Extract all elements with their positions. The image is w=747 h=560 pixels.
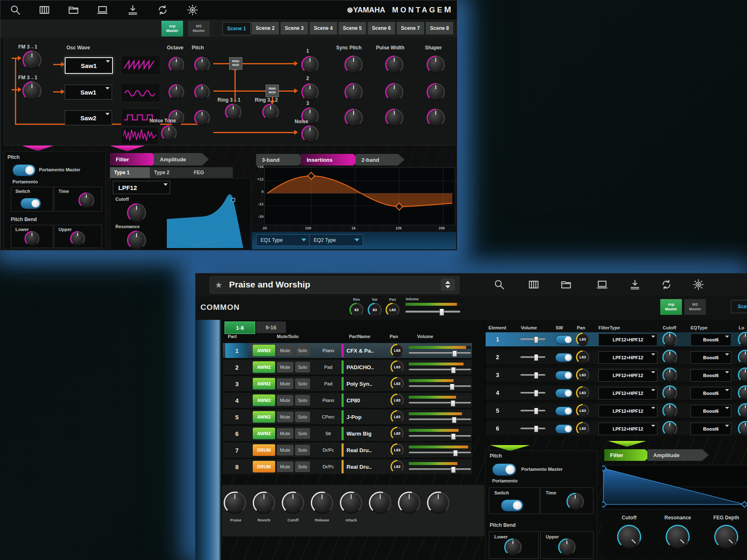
element-cutoff-knob[interactable] xyxy=(662,385,677,400)
fm2-knob[interactable] xyxy=(22,81,42,100)
tab-scene-7[interactable]: Scene 7 xyxy=(397,22,424,34)
pitch-bend-lower-knob[interactable] xyxy=(504,538,522,556)
folder-icon[interactable] xyxy=(560,279,572,290)
filter-resonance-knob[interactable] xyxy=(127,231,146,250)
portamento-master-toggle[interactable] xyxy=(492,463,516,476)
mute-button[interactable]: Mute xyxy=(277,362,293,373)
assign-knob-1[interactable] xyxy=(224,492,246,514)
element-filtertype-select[interactable]: LPF12+HPF12 xyxy=(598,423,657,435)
mute-button[interactable]: Mute xyxy=(277,411,293,422)
solo-button[interactable]: Solo xyxy=(295,395,310,406)
search-icon[interactable] xyxy=(10,4,21,16)
element-eqtype-select[interactable]: Boost6 xyxy=(691,351,731,364)
osc2-pulse-width-knob[interactable] xyxy=(385,83,403,101)
osc2-pitch-knob[interactable] xyxy=(194,84,210,100)
element-row-2[interactable]: 2 L63 LPF12+HPF12 Boost6 xyxy=(486,350,747,365)
ring31-knob[interactable] xyxy=(225,104,242,120)
part-volume-handle[interactable] xyxy=(450,384,454,390)
display-icon[interactable] xyxy=(596,279,608,290)
mute-button[interactable]: Mute xyxy=(277,345,293,356)
element-eqtype-select[interactable]: Boost6 xyxy=(691,369,731,382)
portamento-switch-toggle[interactable] xyxy=(501,499,523,511)
tab-scene-4[interactable]: Scene 4 xyxy=(310,22,337,34)
part-volume-slider[interactable] xyxy=(409,468,471,470)
assign-knob-5[interactable] xyxy=(340,492,362,514)
osc3-sync-pitch-knob[interactable] xyxy=(344,109,363,127)
settings-gear-icon[interactable] xyxy=(187,4,198,16)
solo-button[interactable]: Solo xyxy=(295,362,310,373)
part-volume-handle[interactable] xyxy=(453,450,458,456)
tab-3band[interactable]: 3-band xyxy=(256,154,305,166)
favorite-star-icon[interactable]: ★ xyxy=(215,280,222,290)
part-pan-knob[interactable]: L63 xyxy=(391,360,404,374)
part-volume-slider[interactable] xyxy=(409,385,471,387)
element-cutoff-knob[interactable] xyxy=(662,332,677,347)
part-volume-handle[interactable] xyxy=(451,467,456,473)
assign-knob-2[interactable] xyxy=(253,492,275,514)
tab-feg[interactable]: FEG xyxy=(190,167,233,178)
part-pan-knob[interactable]: L63 xyxy=(391,443,404,457)
element-row-6[interactable]: 6 L63 LPF12+HPF12 Boost6 xyxy=(486,421,747,436)
eq1-type-select[interactable]: EQ1 Type xyxy=(256,234,310,246)
tab-amplitude[interactable]: Amplitude xyxy=(647,449,709,461)
element-volume-slider[interactable] xyxy=(520,392,545,394)
mix1-level-knob[interactable] xyxy=(301,56,319,73)
part-row-6[interactable]: 6 AWM2 Mute Solo Str Warm Big L63 xyxy=(223,426,472,441)
assign-knob-7[interactable] xyxy=(398,492,420,514)
arp-master-button[interactable]: ArpMaster xyxy=(161,21,183,37)
element-row-3[interactable]: 3 L63 LPF12+HPF12 Boost6 xyxy=(486,368,747,382)
element-sw-toggle[interactable] xyxy=(555,335,573,344)
element-lo-knob[interactable] xyxy=(738,421,747,436)
tab-type2[interactable]: Type 2 xyxy=(150,167,193,178)
element-volume-handle[interactable] xyxy=(534,336,538,343)
osc2-octave-knob[interactable] xyxy=(168,84,184,100)
display-icon[interactable] xyxy=(97,4,108,16)
element-lo-knob[interactable] xyxy=(738,385,747,400)
osc1-pulse-width-knob[interactable] xyxy=(385,56,403,74)
tab-scene-1-cut[interactable]: Scen xyxy=(731,300,747,313)
element-pan-knob[interactable]: L63 xyxy=(576,386,589,399)
part-volume-slider[interactable] xyxy=(409,402,471,404)
pan-knob[interactable]: L63 xyxy=(386,303,400,317)
assign-knob-6[interactable] xyxy=(369,492,391,514)
portamento-time-knob[interactable] xyxy=(566,493,584,510)
element-lo-knob[interactable] xyxy=(738,403,747,418)
search-icon[interactable] xyxy=(493,279,505,290)
element-sw-toggle[interactable] xyxy=(555,389,573,398)
element-lo-knob[interactable] xyxy=(738,332,747,347)
tab-parts-1-8[interactable]: 1-8 xyxy=(225,321,255,334)
performance-name-box[interactable]: ★ Praise and Worship xyxy=(210,276,459,294)
part-pan-knob[interactable]: L63 xyxy=(391,460,404,473)
tab-filter[interactable]: Filter xyxy=(110,153,159,166)
ring32-knob[interactable] xyxy=(262,104,279,120)
element-row-1[interactable]: 1 L63 LPF12+HPF12 Boost6 xyxy=(486,332,747,347)
keyboard-icon[interactable] xyxy=(39,4,50,16)
tab-scene-8[interactable]: Scene 8 xyxy=(426,22,453,34)
mute-button[interactable]: Mute xyxy=(277,428,293,439)
var-knob[interactable]: 63 xyxy=(368,303,382,317)
ms-master-button[interactable]: MSMaster xyxy=(188,21,210,37)
element-row-5[interactable]: 5 L63 LPF12+HPF12 Boost6 xyxy=(486,404,747,418)
tab-scene-1[interactable]: Scene 1 xyxy=(222,22,251,35)
element-filtertype-select[interactable]: LPF12+HPF12 xyxy=(598,405,657,417)
assign-knob-3[interactable] xyxy=(282,492,304,514)
fm1-knob[interactable] xyxy=(22,51,42,70)
part-volume-slider[interactable] xyxy=(409,419,471,420)
filter-resonance-knob[interactable] xyxy=(666,525,690,549)
tab-parts-9-16[interactable]: 9-16 xyxy=(256,321,286,333)
osc3-wave-select[interactable]: Saw2 xyxy=(65,110,112,125)
portamento-time-knob[interactable] xyxy=(78,192,94,208)
element-volume-handle[interactable] xyxy=(534,390,538,397)
filter-cutoff-knob[interactable] xyxy=(127,203,146,222)
sync-icon[interactable] xyxy=(661,279,672,290)
keyboard-icon[interactable] xyxy=(528,279,540,290)
element-pan-knob[interactable]: L63 xyxy=(576,351,589,364)
portamento-master-toggle[interactable] xyxy=(12,164,36,176)
osc3-pitch-knob[interactable] xyxy=(194,110,210,126)
element-cutoff-knob[interactable] xyxy=(662,421,677,436)
mute-button[interactable]: Mute xyxy=(277,395,293,406)
common-label[interactable]: COMMON xyxy=(200,303,240,312)
element-volume-slider[interactable] xyxy=(520,338,545,340)
solo-button[interactable]: Solo xyxy=(295,461,310,472)
part-row-5[interactable]: 5 AWM2 Mute Solo CPerc J-Pop L63 xyxy=(223,409,472,424)
